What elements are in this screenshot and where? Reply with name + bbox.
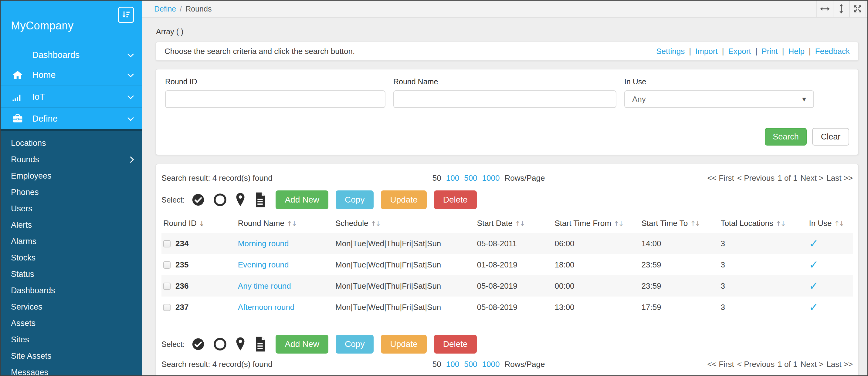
select-none-icon[interactable]	[213, 337, 227, 351]
feedback-link[interactable]: Feedback	[815, 47, 850, 56]
submenu-item-phones[interactable]: Phones	[1, 184, 142, 200]
rows-per-page-50[interactable]: 50	[432, 173, 441, 183]
fullscreen-button[interactable]	[849, 1, 866, 17]
row-checkbox[interactable]	[163, 283, 170, 290]
column-header-total-locations[interactable]: Total Locations↑↓	[719, 213, 807, 233]
row-checkbox[interactable]	[163, 304, 170, 311]
clear-button[interactable]: Clear	[812, 128, 849, 145]
submenu-item-messages[interactable]: Messages	[1, 364, 142, 376]
add-new-button[interactable]: Add New	[276, 335, 329, 353]
column-header-start-time-from[interactable]: Start Time From↑↓	[553, 213, 640, 233]
sort-both-icon: ↑↓	[371, 220, 380, 228]
round-id-cell: 237	[176, 303, 188, 312]
copy-button[interactable]: Copy	[336, 335, 374, 353]
column-header-schedule[interactable]: Schedule↑↓	[334, 213, 475, 233]
row-checkbox[interactable]	[163, 240, 170, 247]
update-button[interactable]: Update	[381, 191, 426, 209]
round-id-cell: 236	[176, 281, 188, 290]
column-header-start-time-to[interactable]: Start Time To↑↓	[640, 213, 719, 233]
sidebar-item-dashboards[interactable]: Dashboards	[1, 46, 142, 64]
delete-button[interactable]: Delete	[434, 191, 477, 209]
round-name-input[interactable]	[393, 90, 616, 108]
rows-per-page-100[interactable]: 100	[446, 173, 459, 183]
submenu-item-services[interactable]: Services	[1, 299, 142, 315]
sidebar-item-iot[interactable]: IoT	[1, 86, 142, 107]
start-time-to-cell: 23:59	[640, 254, 719, 275]
submenu-item-site-assets[interactable]: Site Assets	[1, 348, 142, 364]
resize-horizontal-button[interactable]	[816, 1, 833, 17]
document-icon[interactable]	[254, 192, 267, 208]
submenu-item-alarms[interactable]: Alarms	[1, 233, 142, 249]
export-link[interactable]: Export	[728, 47, 751, 56]
select-all-icon[interactable]	[191, 337, 205, 351]
delete-button[interactable]: Delete	[434, 335, 477, 353]
select-all-icon[interactable]	[191, 193, 205, 207]
sort-both-icon: ↑↓	[776, 220, 785, 228]
map-pin-icon[interactable]	[235, 193, 246, 207]
round-id-label: Round ID	[165, 77, 385, 86]
sort-list-icon-button[interactable]	[118, 7, 134, 23]
submenu-item-assets[interactable]: Assets	[1, 315, 142, 332]
submenu-item-sites[interactable]: Sites	[1, 332, 142, 348]
sidebar-item-define[interactable]: Define	[1, 107, 142, 129]
rows-per-page-500[interactable]: 500	[464, 173, 477, 183]
update-button[interactable]: Update	[381, 335, 426, 353]
print-link[interactable]: Print	[762, 47, 778, 56]
toolbar-links: Settings | Import | Export | Print | Hel…	[656, 47, 850, 56]
start-date-cell: 05-08-2019	[475, 297, 553, 318]
round-name-link[interactable]: Evening round	[238, 260, 289, 269]
search-button[interactable]: Search	[765, 128, 807, 145]
sidebar-item-home[interactable]: Home	[1, 64, 142, 86]
pagination-previous[interactable]: < Previous	[737, 173, 775, 183]
pagination-next[interactable]: Next >	[800, 360, 824, 369]
pagination-first[interactable]: << First	[708, 173, 734, 183]
column-header-in-use[interactable]: In Use↑↓	[807, 213, 853, 233]
submenu-item-users[interactable]: Users	[1, 200, 142, 217]
round-name-link[interactable]: Any time round	[238, 281, 291, 290]
start-time-from-cell: 06:00	[553, 233, 640, 254]
pagination-previous[interactable]: < Previous	[737, 360, 775, 369]
copy-button[interactable]: Copy	[336, 191, 374, 209]
column-header-start-date[interactable]: Start Date↑↓	[475, 213, 553, 233]
link-separator: |	[782, 47, 784, 56]
rows-per-page-500[interactable]: 500	[464, 360, 477, 369]
row-checkbox[interactable]	[163, 261, 170, 269]
settings-link[interactable]: Settings	[656, 47, 685, 56]
submenu-item-dashboards[interactable]: Dashboards	[1, 282, 142, 299]
rows-per-page-1000[interactable]: 1000	[482, 173, 500, 183]
submenu-item-rounds[interactable]: Rounds	[1, 151, 142, 168]
in-use-check-icon: ✓	[809, 237, 818, 250]
results-panel: Search result: 4 record(s) found 50 100 …	[155, 164, 859, 375]
import-link[interactable]: Import	[695, 47, 718, 56]
submenu-item-locations[interactable]: Locations	[1, 135, 142, 151]
table-row: 235 Evening round Mon|Tue|Wed|Thu|Fri|Sa…	[161, 254, 853, 275]
help-link[interactable]: Help	[788, 47, 805, 56]
resize-vertical-button[interactable]	[833, 1, 849, 17]
round-name-link[interactable]: Afternoon round	[238, 303, 294, 312]
map-pin-icon[interactable]	[235, 337, 246, 351]
column-header-round-name[interactable]: Round Name↑↓	[236, 213, 334, 233]
breadcrumb-current-page: Rounds	[185, 5, 212, 13]
add-new-button[interactable]: Add New	[276, 191, 329, 209]
rows-per-page-50[interactable]: 50	[432, 360, 441, 369]
rows-per-page-100[interactable]: 100	[446, 360, 459, 369]
submenu-item-employees[interactable]: Employees	[1, 168, 142, 184]
pagination-last[interactable]: Last >>	[827, 360, 853, 369]
document-icon[interactable]	[254, 336, 267, 352]
rows-per-page-1000[interactable]: 1000	[482, 360, 500, 369]
in-use-select[interactable]: Any ▼	[624, 90, 814, 108]
round-name-link[interactable]: Morning round	[238, 239, 289, 248]
total-locations-cell: 3	[719, 275, 807, 297]
breadcrumb-define-link[interactable]: Define	[154, 5, 176, 13]
round-id-input[interactable]	[165, 90, 385, 108]
submenu-item-alerts[interactable]: Alerts	[1, 217, 142, 233]
pagination-last[interactable]: Last >>	[827, 173, 853, 183]
column-header-round-id[interactable]: Round ID↓	[161, 213, 236, 233]
select-none-icon[interactable]	[213, 193, 227, 207]
pagination-first[interactable]: << First	[708, 360, 734, 369]
submenu-item-status[interactable]: Status	[1, 266, 142, 282]
submenu-item-stocks[interactable]: Stocks	[1, 249, 142, 266]
schedule-cell: Mon|Tue|Wed|Thu|Fri|Sat|Sun	[334, 275, 475, 297]
pagination-next[interactable]: Next >	[800, 173, 824, 183]
dropdown-arrow-icon: ▼	[802, 96, 806, 102]
